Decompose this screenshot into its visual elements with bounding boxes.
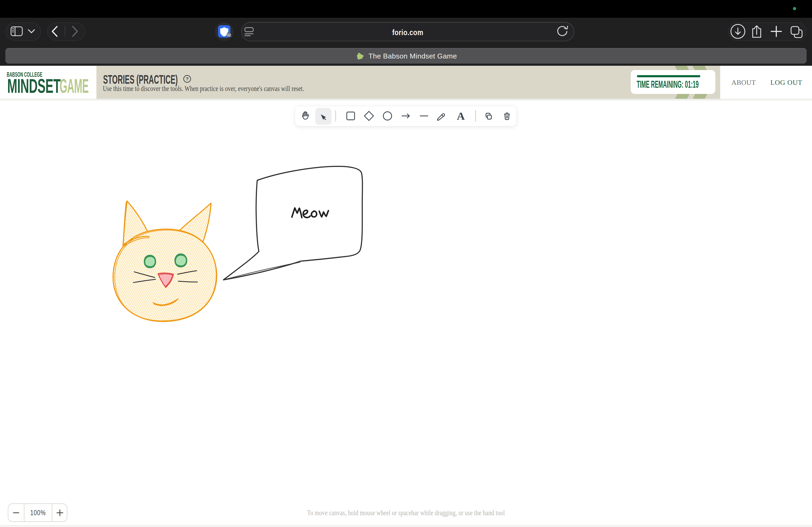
svg-text:?: ? <box>186 76 188 81</box>
svg-text:A: A <box>457 110 465 122</box>
